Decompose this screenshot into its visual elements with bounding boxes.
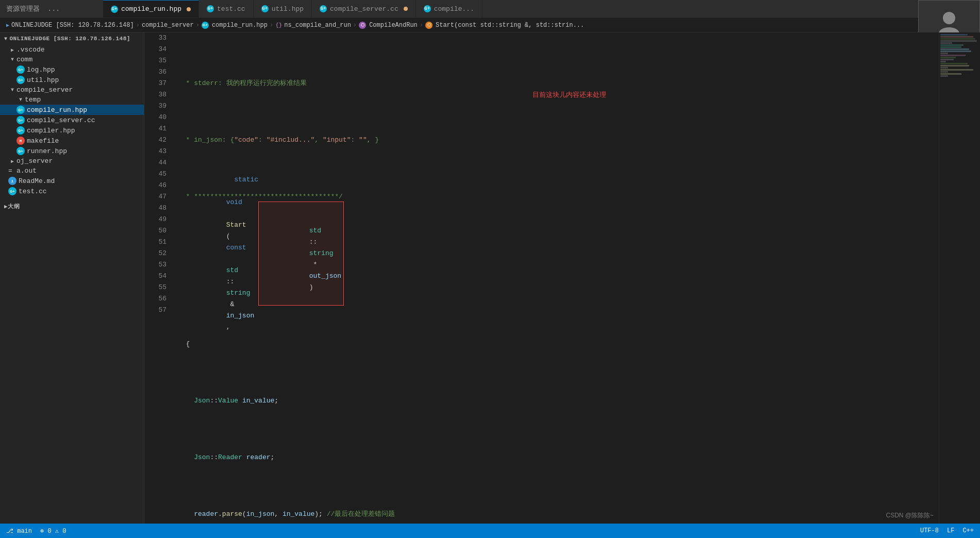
cpp-file-icon: G+ [16,147,25,155]
code-line-37: { [178,339,939,350]
code-content[interactable]: * stderr: 我的程序运行完的标准结果 * in_json: {"code… [173,32,939,538]
sidebar-item-compiler-hpp[interactable]: G+ compiler.hpp [0,125,144,136]
sidebar-item-makefile[interactable]: M makefile [0,136,144,146]
file-label: compile_server.cc [27,116,95,124]
breadcrumb-file[interactable]: compile_run.hpp [212,22,268,29]
cpp-breadcrumb-icon: G+ [202,22,209,29]
sidebar: ▼ ONLINEJUDGE [SSH: 120.78.126.148] ▶ .v… [0,32,144,538]
sidebar-item-comm[interactable]: ▼ comm [0,55,144,64]
file-label: ReadMe.md [19,177,55,185]
breadcrumb-folder[interactable]: compile_server [142,22,194,29]
tab-label: compile_server.cc [330,5,398,13]
cpp-file-icon: G+ [261,5,269,12]
sidebar-item-temp[interactable]: ▼ temp [0,95,144,105]
cpp-file-icon: G+ [320,5,327,12]
tab-util-hpp[interactable]: G+ util.hpp [254,0,312,18]
breadcrumb-method[interactable]: Start(const std::string &, std::strin... [436,22,584,29]
outline-label: 大纲 [8,203,20,210]
sidebar-item-readme[interactable]: i ReadMe.md [0,176,144,186]
tab-label: util.hpp [272,5,304,13]
minimap [939,32,980,538]
sidebar-header: ▼ ONLINEJUDGE [SSH: 120.78.126.148] [0,32,144,45]
language-mode[interactable]: C++ [962,527,974,534]
dirty-indicator [187,7,191,11]
file-label: compile_run.hpp [27,106,87,114]
file-label: a.out [16,167,37,175]
cpp-file-icon: G+ [424,5,431,12]
code-line-39: Json :: Reader reader ; [178,452,939,463]
tab-compile-more[interactable]: G+ compile... [416,0,483,18]
svg-point-0 [943,12,955,24]
code-line-35: * ************************************/ [178,191,939,203]
chevron-right-icon: ▶ [8,158,16,164]
tab-label: compile_run.hpp [121,5,181,13]
title-bar: 资源管理器 ... G+ compile_run.hpp G+ test.cc … [0,0,980,18]
chevron-down-icon: ▼ [8,57,16,62]
file-label: util.hpp [27,76,59,84]
tab-label: test.cc [217,5,245,13]
cpp-file-icon: G+ [16,106,25,114]
cpp-file-icon: G+ [16,65,25,74]
more-options-button[interactable]: ... [48,5,60,13]
makefile-icon: M [16,137,25,145]
status-bar: ⎇ main ⊗ 0 ⚠ 0 UTF-8 LF C++ [0,524,980,538]
code-line-38: Json :: Value in_value ; [178,395,939,407]
errors: ⊗ 0 ⚠ 0 [40,527,66,535]
file-label: test.cc [19,188,47,195]
explorer-label: 资源管理器 [6,4,40,13]
code-line-34: * in_json: {"code": "#includ...", "input… [178,134,939,146]
line-numbers: 33 34 35 36 37 38 39 40 41 42 43 44 45 4… [144,32,173,538]
breadcrumb-class[interactable]: CompileAndRun [369,22,418,29]
code-line-40: reader . parse ( in_json , in_value ); /… [178,509,939,520]
explorer-title: 资源管理器 ... [0,4,103,13]
sidebar-item-util-hpp[interactable]: G+ util.hpp [0,75,144,85]
code-line-36: static void Start ( const std :: string … [178,248,939,259]
cpp-file-icon: G+ [16,76,25,84]
sidebar-item-runner-hpp[interactable]: G+ runner.hpp [0,146,144,156]
sidebar-item-compile-server[interactable]: ▼ compile_server [0,85,144,95]
sidebar-item-test-cc[interactable]: G+ test.cc [0,186,144,196]
chevron-down-icon: ▼ [8,87,16,93]
class-breadcrumb-icon: ⬡ [359,22,366,29]
code-editor[interactable]: 33 34 35 36 37 38 39 40 41 42 43 44 45 4… [144,32,980,538]
file-label: makefile [27,137,59,145]
outline-section[interactable]: ▶ 大纲 [0,200,144,212]
folder-label: temp [25,96,41,104]
tab-test-cc[interactable]: G+ test.cc [199,0,254,18]
sidebar-item-oj-server[interactable]: ▶ oj_server [0,156,144,166]
chevron-right-icon: ▶ [8,47,16,53]
folder-label: compile_server [16,86,73,94]
tab-compile-server-cc[interactable]: G+ compile_server.cc [312,0,416,18]
method-breadcrumb-icon: ⬡ [425,22,433,29]
sidebar-title: ONLINEJUDGE [SSH: 120.78.126.148] [10,36,130,42]
info-file-icon: i [8,177,16,185]
spacer: = [8,167,16,175]
main-area: ▼ ONLINEJUDGE [SSH: 120.78.126.148] ▶ .v… [0,32,980,538]
sidebar-item-compile-server-cc[interactable]: G+ compile_server.cc [0,115,144,125]
sidebar-item-vscode[interactable]: ▶ .vscode [0,45,144,55]
sidebar-item-log-hpp[interactable]: G+ log.hpp [0,64,144,75]
encoding[interactable]: UTF-8 [920,527,939,534]
chevron-down-icon: ▼ [16,97,25,103]
file-label: log.hpp [27,66,55,74]
sidebar-item-a-out[interactable]: = a.out [0,166,144,176]
breadcrumb-remote[interactable]: ONLINEJUDGE [SSH: 120.78.126.148] [11,22,134,29]
breadcrumb: ▶ ONLINEJUDGE [SSH: 120.78.126.148] › co… [0,18,980,32]
breadcrumb-namespace[interactable]: ns_compile_and_run [284,22,351,29]
cpp-file-icon: G+ [16,126,25,134]
csdn-watermark: CSDN @陈陈陈~ [886,511,934,520]
cpp-file-icon: G+ [111,6,118,13]
git-branch[interactable]: ⎇ main [6,527,32,535]
chevron-down-icon: ▼ [4,36,8,42]
cpp-file-icon: G+ [207,5,214,12]
code-container: 33 34 35 36 37 38 39 40 41 42 43 44 45 4… [144,32,980,538]
file-label: compiler.hpp [27,127,75,134]
tab-label: compile... [434,5,474,13]
cpp-file-icon: G+ [8,187,16,195]
folder-label: comm [16,56,32,63]
sidebar-item-compile-run-hpp[interactable]: G+ compile_run.hpp [0,105,144,115]
red-box-tooltip: 目前这块儿内容还未处理 [492,78,606,112]
tab-compile-run-hpp[interactable]: G+ compile_run.hpp [103,0,199,18]
folder-label: oj_server [16,157,53,165]
line-ending[interactable]: LF [947,527,954,534]
